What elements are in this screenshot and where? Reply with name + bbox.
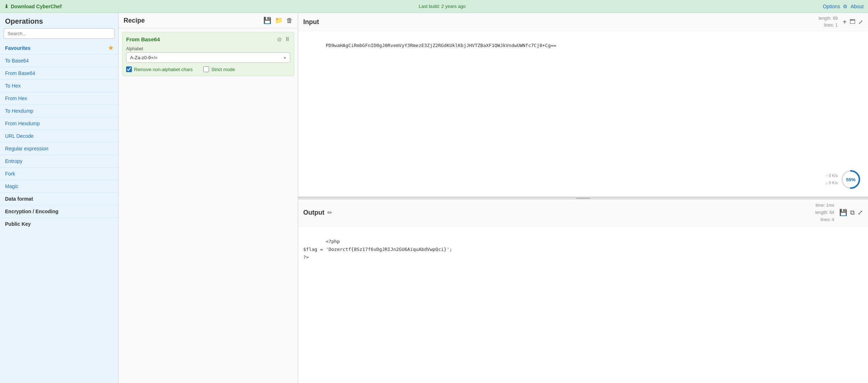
output-title: Output	[303, 209, 324, 216]
remove-nonalpha-checkbox[interactable]	[126, 66, 132, 72]
options-label[interactable]: Options	[823, 4, 840, 9]
download-label[interactable]: Download CyberChef	[11, 4, 62, 9]
recipe-card-actions: ⊘ ⏸	[277, 36, 290, 43]
alphabet-label: Alphabet	[126, 46, 290, 51]
sidebar-category-public-key: Public Key	[0, 218, 118, 230]
input-section: Input length: 89 lines: 1 + 🗔 ⤢	[298, 13, 868, 197]
sidebar-item-to-hex[interactable]: To Hex	[0, 79, 118, 92]
alphabet-field: Alphabet A-Za-z0-9+/= A-Za-z0-9-_= A-Za-…	[126, 46, 290, 63]
input-window-button[interactable]: 🗔	[850, 19, 855, 25]
progress-indicator: ↑ 0 K/s ↓ 0 K/s 55%	[826, 169, 861, 190]
remove-nonalpha-checkbox-label[interactable]: Remove non-alphabet chars	[126, 66, 193, 72]
input-maximize-button[interactable]: ⤢	[858, 19, 863, 25]
topbar-left: ⬇ Download CyberChef	[4, 4, 62, 9]
remove-nonalpha-label: Remove non-alphabet chars	[134, 67, 193, 72]
input-add-button[interactable]: +	[842, 18, 847, 26]
search-input[interactable]	[4, 28, 115, 39]
output-header-right: time: 1ms length: 64 lines: 4 💾 ⧉ ⤢	[815, 202, 863, 224]
sidebar-item-to-hexdump[interactable]: To Hexdump	[0, 104, 118, 117]
sidebar: Operations Favourites★To Base64From Base…	[0, 13, 119, 383]
sidebar-category-data-format: Data format	[0, 192, 118, 205]
sidebar-category-encryption-/-encoding: Encryption / Encoding	[0, 205, 118, 218]
upload-arrow: ↑	[826, 173, 828, 178]
recipe-disable-icon[interactable]: ⊘	[277, 36, 282, 43]
sidebar-item-from-hex[interactable]: From Hex	[0, 92, 118, 104]
recipe-pause-icon[interactable]: ⏸	[285, 36, 290, 43]
sidebar-item-fork[interactable]: Fork	[0, 167, 118, 180]
recipe-card-header: From Base64 ⊘ ⏸	[126, 36, 290, 43]
strict-mode-checkbox-label[interactable]: Strict mode	[203, 66, 235, 72]
download-arrow: ↓	[826, 181, 828, 185]
recipe-panel: Recipe 💾 📁 🗑 From Base64 ⊘ ⏸ Alphabet	[119, 13, 298, 383]
checkbox-row: Remove non-alphabet chars Strict mode	[126, 66, 290, 72]
sidebar-list: Favourites★To Base64From Base64To HexFro…	[0, 42, 118, 383]
output-time-value: 1ms	[826, 203, 834, 208]
sidebar-section-label: Favourites	[5, 45, 31, 51]
recipe-delete-button[interactable]: 🗑	[286, 17, 293, 24]
output-maximize-button[interactable]: ⤢	[858, 209, 863, 216]
output-area: <?php $flag = 'Dozerctf{8Sz17f6vDgJRIJn2…	[298, 226, 868, 383]
alphabet-select[interactable]: A-Za-z0-9+/= A-Za-z0-9-_= A-Za-z0-9-_	[126, 52, 290, 63]
topbar-right: Options ⚙ About	[823, 4, 864, 9]
recipe-title: Recipe	[124, 17, 145, 24]
options-icon[interactable]: ⚙	[843, 4, 848, 9]
recipe-card-from-base64: From Base64 ⊘ ⏸ Alphabet A-Za-z0-9+/= A-…	[122, 32, 294, 76]
input-toolbar: + 🗔 ⤢	[842, 18, 863, 26]
recipe-save-button[interactable]: 💾	[263, 17, 271, 24]
alphabet-select-wrapper: A-Za-z0-9+/= A-Za-z0-9-_= A-Za-z0-9-_	[126, 52, 290, 63]
strict-mode-checkbox[interactable]	[203, 66, 209, 72]
sidebar-item-regular-expression[interactable]: Regular expression	[0, 142, 118, 155]
input-length-label: length:	[819, 16, 832, 21]
output-title-row: Output ✏	[303, 209, 332, 216]
recipe-content: From Base64 ⊘ ⏸ Alphabet A-Za-z0-9+/= A-…	[119, 28, 298, 383]
output-meta: time: 1ms length: 64 lines: 4	[815, 202, 834, 224]
upload-speed: 0 K/s	[829, 173, 838, 178]
sidebar-section-favourites[interactable]: Favourites★	[0, 42, 118, 54]
output-length-value: 64	[830, 210, 834, 215]
input-lines-label: lines:	[824, 23, 834, 28]
input-area[interactable]: PD9waHAgCiRmbGFnID0gJ0RvemVyY3RmezE3ZjZ2…	[298, 31, 868, 196]
io-panel: Input length: 89 lines: 1 + 🗔 ⤢	[298, 13, 868, 383]
sidebar-title: Operations	[0, 13, 118, 28]
about-label[interactable]: About	[850, 4, 864, 9]
topbar: ⬇ Download CyberChef Last build: 2 years…	[0, 0, 868, 13]
output-toolbar: 💾 ⧉ ⤢	[839, 209, 863, 216]
input-header-right: length: 89 lines: 1 + 🗔 ⤢	[819, 15, 863, 29]
sidebar-item-from-hexdump[interactable]: From Hexdump	[0, 117, 118, 130]
output-lines-label: lines:	[821, 217, 831, 222]
output-time-label: time:	[816, 203, 825, 208]
download-icon: ⬇	[4, 4, 9, 9]
output-lines-value: 4	[832, 217, 834, 222]
recipe-header: Recipe 💾 📁 🗑	[119, 13, 298, 28]
favourites-star-icon: ★	[108, 45, 113, 51]
recipe-card-title: From Base64	[126, 36, 160, 42]
progress-percent: 55%	[846, 177, 855, 182]
input-lines-value: 1	[835, 23, 838, 28]
input-length-value: 89	[833, 16, 837, 21]
input-meta: length: 89 lines: 1	[819, 15, 838, 29]
recipe-load-button[interactable]: 📁	[275, 17, 283, 24]
output-length-label: length:	[815, 210, 828, 215]
output-header: Output ✏ time: 1ms length: 64 lines: 4	[298, 200, 868, 226]
sidebar-item-from-base64[interactable]: From Base64	[0, 67, 118, 79]
output-section: Output ✏ time: 1ms length: 64 lines: 4	[298, 200, 868, 383]
build-info: Last build: 2 years ago	[419, 4, 466, 9]
progress-circle-chart: 55%	[841, 169, 861, 190]
sidebar-item-entropy[interactable]: Entropy	[0, 155, 118, 167]
strict-mode-label: Strict mode	[211, 67, 235, 72]
sidebar-item-magic[interactable]: Magic	[0, 180, 118, 192]
sidebar-item-to-base64[interactable]: To Base64	[0, 54, 118, 67]
output-save-button[interactable]: 💾	[839, 209, 847, 216]
output-copy-button[interactable]: ⧉	[850, 209, 855, 216]
download-speed: 0 K/s	[829, 181, 838, 185]
progress-stats: ↑ 0 K/s ↓ 0 K/s	[826, 172, 838, 187]
input-title: Input	[303, 18, 319, 26]
main-layout: Operations Favourites★To Base64From Base…	[0, 13, 868, 383]
output-wand-button[interactable]: ✏	[327, 209, 332, 216]
sidebar-item-url-decode[interactable]: URL Decode	[0, 130, 118, 142]
recipe-toolbar: 💾 📁 🗑	[263, 17, 293, 24]
sidebar-search-container	[4, 28, 115, 39]
build-label: Last build: 2 years ago	[419, 4, 466, 9]
input-header: Input length: 89 lines: 1 + 🗔 ⤢	[298, 13, 868, 31]
